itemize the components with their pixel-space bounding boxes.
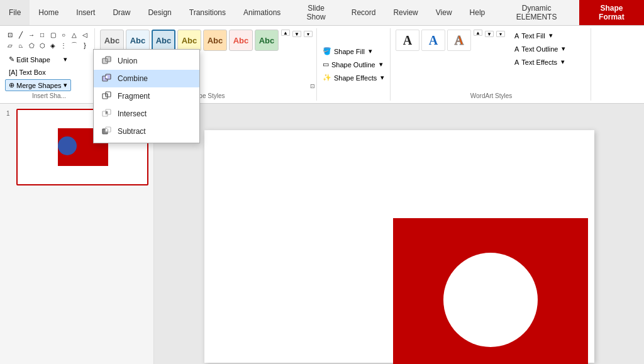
wordart-swatch-1[interactable]: A [421,30,445,51]
shape-pent-icon[interactable]: ⬠ [26,40,36,50]
shape-rtri-icon[interactable]: ◁ [80,30,90,40]
shape-effects-button[interactable]: ✨ Shape Effects ▾ [319,72,389,84]
svg-rect-10 [106,111,108,114]
tab-transitions[interactable]: Transitions [180,0,235,25]
svg-rect-13 [106,129,108,131]
svg-rect-5 [103,94,108,99]
shape-outline-icon: ▭ [323,60,329,69]
tab-help[interactable]: Help [461,0,494,25]
union-icon [101,55,113,67]
wordart-swatch-2[interactable]: A [447,30,471,51]
shape-hex-icon[interactable]: ⬡ [37,40,47,50]
style-swatch-0[interactable]: Abc [100,30,124,51]
text-props-content: A Text Fill ▾ A Text Outline ▾ A Text Ef… [511,30,587,68]
shape-fill-button[interactable]: 🪣 Shape Fill ▾ [319,45,389,57]
shape-arrow-icon[interactable]: → [26,30,36,40]
tab-view[interactable]: View [427,0,461,25]
slide-canvas [204,130,594,363]
thumb-blue-circle [58,136,77,155]
shape-outline-chevron: ▾ [379,60,383,69]
merge-shapes-dropdown: Union Combine Fragment [93,49,200,143]
wordart-swatch-0[interactable]: A [396,30,419,51]
wordart-content: A A A ▲ ▼ ▾ A Text Fill ▾ A Text Out [396,30,587,91]
shape-fill-chevron: ▾ [369,47,372,55]
combine-label: Combine [118,74,148,83]
shape-fill-icon: 🪣 [323,47,331,55]
tab-home[interactable]: Home [30,0,67,25]
style-swatch-2[interactable]: Abc [152,30,175,51]
insert-shapes-label: Insert Sha... [32,91,66,99]
shape-props-group: 🪣 Shape Fill ▾ ▭ Shape Outline ▾ ✨ Shape… [318,28,391,101]
combine-icon [101,73,113,84]
tab-insert[interactable]: Insert [67,0,104,25]
text-fill-chevron: ▾ [549,31,553,40]
ribbon-tabs: File Home Insert Draw Design Transitions… [0,0,644,26]
wordart-scroll-up[interactable]: ▲ [474,30,482,36]
insert-shapes-content: ⊡ ╱ → □ ▢ ○ △ ◁ ▱ ⏢ ⬠ ⬡ ◈ ⋮ ⌒ } [5,30,93,91]
tab-record[interactable]: Record [343,0,385,25]
shape-misc1-icon[interactable]: ◈ [48,40,58,50]
shape-trap-icon[interactable]: ⏢ [16,40,26,50]
edit-shape-button[interactable]: ✎ Edit Shape ▾ [5,53,71,65]
wordart-scroll-expand[interactable]: ▾ [496,31,505,37]
slide-number: 1 [6,110,10,117]
shape-line-icon[interactable]: ╱ [16,30,26,40]
style-swatch-4[interactable]: Abc [203,30,227,51]
merge-intersect-item[interactable]: Intersect [94,105,199,123]
tab-dynamic-elements[interactable]: Dynamic ELEMENTS [494,0,579,25]
style-swatch-1[interactable]: Abc [126,30,150,51]
merge-fragment-item[interactable]: Fragment [94,87,199,105]
fragment-icon [101,91,113,102]
tab-animations[interactable]: Animations [235,0,289,25]
shape-misc2-icon[interactable]: ⋮ [58,40,69,50]
wordart-styles-label: WordArt Styles [470,91,513,99]
merge-subtract-item[interactable]: Subtract [94,123,199,140]
shape-tri-icon[interactable]: △ [69,30,79,40]
style-scroll-down[interactable]: ▼ [292,31,301,37]
shape-style-swatches: Abc Abc Abc Abc Abc Abc Abc [100,30,279,51]
text-effects-button[interactable]: A Text Effects ▾ [511,56,587,68]
tab-file[interactable]: File [0,0,30,25]
shape-textbox-icon[interactable]: ⊡ [5,30,15,40]
canvas-area[interactable] [154,104,644,364]
shape-misc4-icon[interactable]: } [80,40,90,50]
shape-outline-button[interactable]: ▭ Shape Outline ▾ [319,58,389,70]
union-label: Union [118,57,137,65]
fragment-label: Fragment [118,92,150,101]
style-scroll-up[interactable]: ▲ [281,30,290,36]
shape-rrect-icon[interactable]: ▢ [48,30,58,40]
shape-para-icon[interactable]: ▱ [5,40,15,50]
tab-design[interactable]: Design [139,0,180,25]
shape-rect-icon[interactable]: □ [37,30,47,40]
style-scroll-expand[interactable]: ▾ [304,31,313,37]
tab-draw[interactable]: Draw [104,0,139,25]
text-box-button[interactable]: [A] Text Box [5,67,71,78]
text-fill-button[interactable]: A Text Fill ▾ [511,30,587,41]
merge-combine-item[interactable]: Combine [94,70,199,87]
shape-effects-icon: ✨ [323,74,331,82]
text-effects-icon: A [514,58,519,66]
text-effects-chevron: ▾ [561,58,565,66]
shape-misc3-icon[interactable]: ⌒ [69,40,79,50]
style-swatch-3[interactable]: Abc [177,30,201,51]
insert-shapes-group: ⊡ ╱ → □ ▢ ○ △ ◁ ▱ ⏢ ⬠ ⬡ ◈ ⋮ ⌒ } [4,28,95,101]
shapes-grid: ⊡ ╱ → □ ▢ ○ △ ◁ ▱ ⏢ ⬠ ⬡ ◈ ⋮ ⌒ } [5,30,90,50]
text-outline-chevron: ▾ [562,45,565,53]
merge-shapes-button[interactable]: ⊕ Merge Shapes ▾ [5,79,71,91]
style-swatch-5[interactable]: Abc [229,30,253,51]
style-swatch-6[interactable]: Abc [255,30,279,51]
wordart-styles-group: A A A ▲ ▼ ▾ A Text Fill ▾ A Text Out [392,28,591,101]
wordart-swatches: A A A [396,30,471,51]
tab-review[interactable]: Review [384,0,426,25]
tab-shape-format[interactable]: Shape Format [579,0,644,25]
shape-styles-dialog-launcher[interactable]: ⊡ [310,83,315,89]
edit-shape-icon: ✎ [9,55,14,63]
merge-union-item[interactable]: Union [94,52,199,70]
shape-oval-icon[interactable]: ○ [58,30,69,40]
shape-effects-chevron: ▾ [380,74,384,82]
text-outline-button[interactable]: A Text Outline ▾ [511,43,587,55]
wordart-scroll-down[interactable]: ▼ [485,31,494,37]
merge-shapes-chevron: ▾ [64,81,67,89]
intersect-label: Intersect [118,109,147,118]
tab-slideshow[interactable]: Slide Show [289,0,342,25]
